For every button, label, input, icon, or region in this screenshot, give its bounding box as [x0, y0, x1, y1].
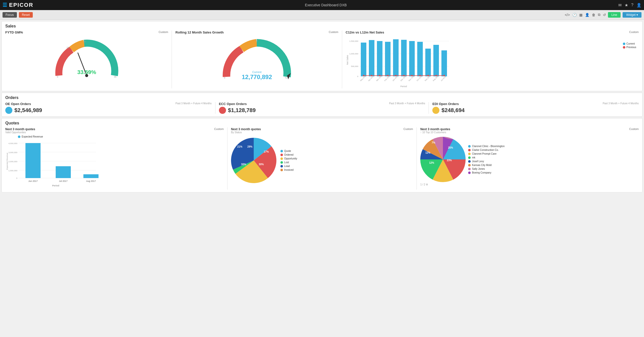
- boeing-dot: [468, 172, 471, 174]
- sales-widgets-row: FYTD GM% Custom 0 35 25: [5, 30, 639, 88]
- svg-text:3,000,000: 3,000,000: [8, 151, 17, 154]
- legend-lead: Lead: [280, 165, 297, 167]
- customer-pie-label: Custom: [629, 127, 639, 130]
- svg-text:Jul 2016: Jul 2016: [440, 76, 446, 82]
- copy-icon[interactable]: ⧉: [598, 13, 600, 17]
- claronet-bloom-label: Claronet Clinic - Bloomington: [472, 145, 505, 148]
- mk-label: mk: [472, 156, 475, 159]
- edi-circle: [432, 107, 439, 114]
- orders-widgets-row: OE Open Orders Past 3 Month + Future 4 M…: [5, 102, 639, 114]
- table-icon[interactable]: ▦: [579, 13, 583, 17]
- message-icon[interactable]: ✉: [618, 3, 622, 8]
- refresh-icon[interactable]: ↺: [603, 13, 606, 17]
- divider-1: [172, 30, 172, 88]
- svg-text:0: 0: [224, 77, 225, 79]
- ecc-title: ECC Open Orders: [219, 102, 247, 106]
- c12m-title: C12m vs L12m Net Sales: [346, 30, 384, 34]
- edi-title: EDI Open Orders: [432, 102, 459, 106]
- svg-text:1,500,000: 1,500,000: [349, 40, 358, 42]
- status-pie-content: Quote Ordered Opportunity Lost: [231, 138, 413, 183]
- app-logo: ☰ EPICOR: [3, 2, 33, 8]
- svg-rect-24: [401, 40, 407, 76]
- customer-pie-page: 1 / 2 ⚙: [420, 183, 639, 186]
- ecc-value-row: $1,128,789: [219, 107, 425, 114]
- reset-button[interactable]: Reset: [19, 12, 33, 18]
- svg-text:Jul 2017: Jul 2017: [59, 180, 68, 182]
- divider-6: [416, 127, 417, 190]
- svg-rect-21: [377, 41, 382, 76]
- legend-lead-label: Lead: [284, 165, 290, 167]
- status-pie-svg: [231, 138, 276, 183]
- legend-lost-label: Lost: [284, 161, 289, 164]
- oe-value-row: $2,546,989: [5, 107, 212, 114]
- svg-text:Net Sales: Net Sales: [346, 55, 349, 65]
- ordered-dot: [280, 154, 283, 156]
- help-icon[interactable]: ?: [631, 3, 633, 7]
- quotes-title: Quotes: [5, 121, 639, 125]
- ecc-date-range: Past 3 Month + Future 4 Months: [389, 102, 425, 106]
- line-button[interactable]: Line: [608, 12, 621, 18]
- claronet-prompt-label: Claronet Prompt Care: [472, 152, 496, 155]
- fytd-widget: FYTD GM% Custom 0 35 25: [5, 30, 168, 78]
- fytd-title: FYTD GM%: [5, 30, 23, 34]
- menu-icon[interactable]: ☰: [3, 2, 7, 8]
- code-icon[interactable]: </>: [565, 13, 570, 17]
- rolling-gauge: 0 % -10 Current 12,770,892: [175, 35, 338, 83]
- divider-4: [429, 102, 429, 114]
- svg-text:Jun 2017: Jun 2017: [28, 180, 38, 182]
- legend-quote-label: Quote: [284, 150, 291, 152]
- svg-rect-28: [433, 45, 439, 76]
- svg-text:0: 0: [57, 76, 58, 78]
- toolbar-icons: </> 🕐 ▦ 👤 🗑 ⧉ ↺: [565, 13, 606, 17]
- legend-invoiced-label: Invoiced: [284, 168, 294, 171]
- svg-text:Period: Period: [400, 85, 407, 88]
- nav-icons: ✉ ★ ? 👤: [618, 3, 641, 8]
- customer-pie-legend: Claronet Clinic - Bloomington Clarke Con…: [468, 145, 505, 174]
- page-nav-icon[interactable]: ⚙: [426, 183, 428, 186]
- quotes-bar-svg: 4,000,000 3,000,000 2,000,000 1,000,000 …: [5, 139, 101, 189]
- edi-date-range: Past 3 Month + Future 4 Months: [603, 102, 639, 106]
- divider-3: [215, 102, 215, 114]
- page-indicator: 1 / 2: [420, 183, 425, 186]
- legend-claronet-bloomington: Claronet Clinic - Bloomington: [468, 145, 505, 148]
- svg-text:2,000,000: 2,000,000: [8, 160, 17, 163]
- svg-text:Period: Period: [52, 184, 59, 187]
- customer-pie-widget: Next 3 month quotes ↑ 10 Top 10 Customer…: [420, 127, 639, 186]
- focus-button[interactable]: Focus: [3, 12, 17, 18]
- person-icon[interactable]: 👤: [585, 13, 589, 17]
- oe-title: OE Open Orders: [5, 102, 31, 106]
- sally-dot: [468, 168, 471, 170]
- sales-section: Sales FYTD GM% Custom: [2, 21, 642, 91]
- c12m-chart-area: Current Previous 1,500,000 1,000,000 500…: [346, 37, 639, 88]
- legend-clarke: Clarke Construction Co.: [468, 149, 505, 151]
- edi-value-row: $248,694: [432, 107, 639, 114]
- legend-opportunity-label: Opportunity: [284, 157, 297, 160]
- mk-dot: [468, 156, 471, 159]
- legend-sally: Sally Jones: [468, 167, 505, 170]
- c12m-chart-svg: 1,500,000 1,000,000 500,000 0 Net Sales: [346, 37, 454, 88]
- legend-lost: Lost: [280, 161, 297, 164]
- kansas-label: Kansas City Mold: [472, 164, 492, 166]
- c12m-widget: C12m vs L12m Net Sales Custom Current Pr…: [346, 30, 639, 88]
- svg-text:0: 0: [357, 75, 358, 78]
- legend-quote: Quote: [280, 150, 297, 152]
- widget-button[interactable]: Widget ▾: [623, 12, 641, 18]
- status-pie-widget: Next 3 month quotes By Status Custom: [231, 127, 413, 183]
- chart-legend: Current Previous: [623, 42, 636, 49]
- delete-icon[interactable]: 🗑: [592, 13, 595, 17]
- svg-rect-23: [393, 39, 399, 76]
- quotes-bar-subtitle: Valid Opportunites: [5, 131, 35, 134]
- svg-text:-10: -10: [255, 39, 258, 42]
- ecc-circle: [219, 107, 226, 114]
- status-pie-subtitle: By Status: [231, 131, 261, 134]
- customer-pie-content: Claronet Clinic - Bloomington Clarke Con…: [420, 137, 639, 182]
- svg-text:0: 0: [16, 177, 18, 179]
- clock-icon[interactable]: 🕐: [572, 13, 577, 17]
- svg-text:500,000: 500,000: [351, 65, 358, 68]
- user-icon[interactable]: 👤: [636, 3, 641, 8]
- star-icon[interactable]: ★: [625, 3, 628, 8]
- customer-pie-subtitle-icon: ↑ 10 Top 10 Customers: [420, 131, 450, 134]
- top-navigation: ☰ EPICOR Executive Dashboard DXB ✉ ★ ? 👤: [0, 0, 644, 10]
- legend-josef: Josef Levy: [468, 160, 505, 163]
- svg-rect-25: [409, 41, 415, 76]
